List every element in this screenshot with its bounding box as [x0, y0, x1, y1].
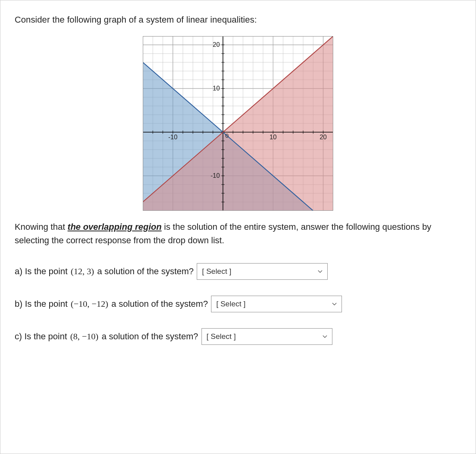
question-b-select[interactable]: [ Select ] — [211, 296, 342, 312]
chevron-down-icon — [332, 302, 337, 306]
svg-text:20: 20 — [213, 41, 220, 48]
svg-text:-10: -10 — [211, 172, 220, 179]
inequality-graph: -1001020-101020 — [143, 36, 333, 212]
question-c-row: c) Is the point (8, −10) a solution of t… — [15, 328, 461, 345]
chart-svg: -1001020-101020 — [143, 36, 333, 211]
question-a-row: a) Is the point (12, 3) a solution of th… — [15, 263, 461, 280]
question-b-pre: b) Is the point — [15, 299, 67, 309]
question-c-post: a solution of the system? — [102, 331, 198, 342]
svg-text:-10: -10 — [168, 134, 177, 140]
explain-emphasis: the overlapping region — [67, 222, 161, 232]
question-c-point: (8, −10) — [70, 331, 98, 342]
question-b-point: (−10, −12) — [71, 299, 108, 309]
question-a-select[interactable]: [ Select ] — [197, 263, 328, 280]
svg-text:10: 10 — [270, 134, 277, 140]
select-placeholder: [ Select ] — [207, 332, 236, 341]
chevron-down-icon — [322, 334, 327, 339]
question-b-post: a solution of the system? — [111, 299, 208, 309]
explanation-text: Knowing that the overlapping region is t… — [15, 220, 461, 247]
svg-text:0: 0 — [225, 132, 228, 139]
question-page: Consider the following graph of a system… — [0, 0, 476, 454]
prompt-text: Consider the following graph of a system… — [15, 15, 461, 25]
select-placeholder: [ Select ] — [216, 300, 246, 308]
explain-pre: Knowing that — [15, 222, 67, 232]
question-a-pre: a) Is the point — [15, 266, 67, 277]
chevron-down-icon — [318, 269, 322, 274]
question-b-row: b) Is the point (−10, −12) a solution of… — [15, 296, 461, 312]
question-a-point: (12, 3) — [71, 266, 94, 277]
chart-wrap: -1001020-101020 — [15, 36, 461, 212]
svg-text:20: 20 — [320, 134, 327, 140]
select-placeholder: [ Select ] — [202, 267, 231, 276]
svg-text:10: 10 — [213, 85, 220, 92]
question-c-select[interactable]: [ Select ] — [202, 328, 332, 345]
question-c-pre: c) Is the point — [15, 331, 67, 342]
question-a-post: a solution of the system? — [97, 266, 194, 277]
